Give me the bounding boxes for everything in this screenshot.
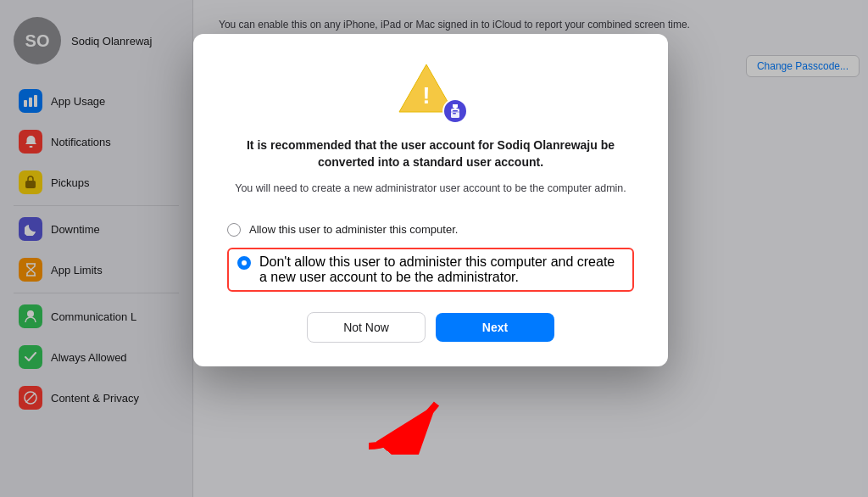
radio-label-dont-allow: Don't allow this user to administer this… bbox=[259, 254, 624, 285]
modal-icon-area: ! bbox=[227, 61, 634, 120]
radio-option-allow[interactable]: Allow this user to administer this compu… bbox=[227, 215, 634, 244]
radio-label-allow: Allow this user to administer this compu… bbox=[249, 222, 458, 237]
radio-option-dont-allow[interactable]: Don't allow this user to administer this… bbox=[227, 248, 634, 292]
screen-time-badge-icon bbox=[442, 98, 468, 124]
not-now-button[interactable]: Not Now bbox=[307, 312, 426, 343]
radio-circle-allow[interactable] bbox=[227, 223, 241, 237]
modal-buttons: Not Now Next bbox=[227, 312, 634, 343]
red-arrow bbox=[352, 387, 453, 455]
modal-dialog: ! It is recommended that the user accoun… bbox=[193, 34, 668, 366]
modal-title: It is recommended that the user account … bbox=[227, 137, 634, 170]
warning-icon-container: ! bbox=[397, 61, 465, 120]
svg-rect-10 bbox=[453, 110, 458, 112]
modal-subtitle: You will need to create a new administra… bbox=[227, 181, 634, 197]
next-button[interactable]: Next bbox=[436, 313, 554, 342]
radio-circle-dont-allow[interactable] bbox=[237, 256, 251, 270]
svg-text:!: ! bbox=[422, 82, 430, 109]
svg-rect-11 bbox=[453, 113, 456, 114]
